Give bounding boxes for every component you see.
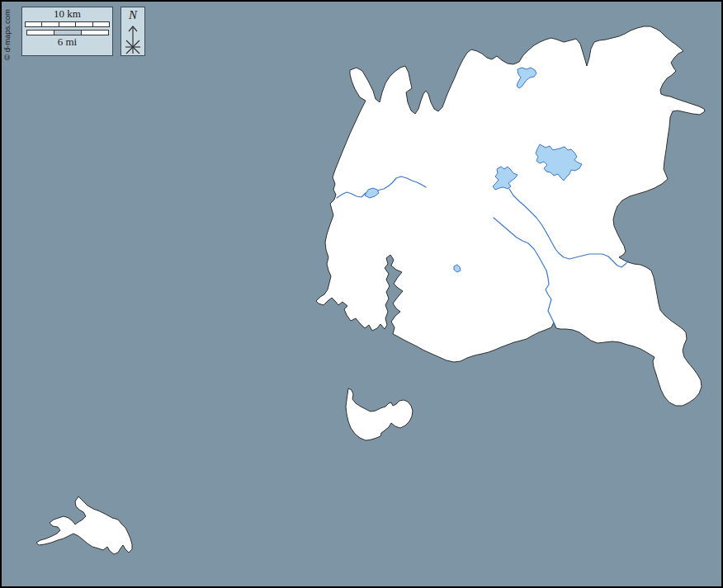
copyright-watermark: © d-maps.com bbox=[2, 6, 12, 64]
map-image bbox=[2, 2, 721, 586]
scale-bar-mi bbox=[26, 30, 109, 35]
scale-box: 10 km 6 mi bbox=[21, 7, 113, 56]
north-indicator: N bbox=[120, 7, 145, 56]
scale-mi-label: 6 mi bbox=[22, 35, 112, 49]
north-label: N bbox=[121, 8, 144, 22]
scale-km-label: 10 km bbox=[22, 7, 112, 21]
map-canvas: 10 km 6 mi N ○→□ Mercator © d-maps.com bbox=[0, 0, 723, 588]
north-arrow-icon bbox=[121, 22, 144, 55]
scale-bar-km bbox=[25, 21, 110, 27]
